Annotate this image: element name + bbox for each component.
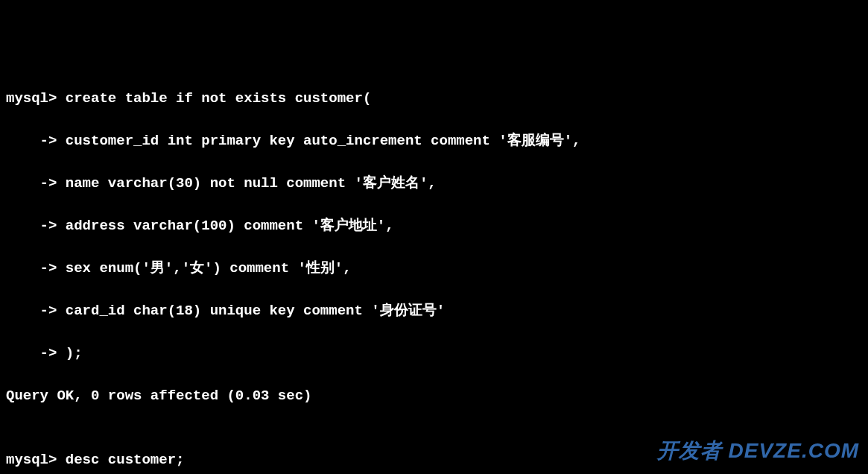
sql-create-line: -> address varchar(100) comment '客户地址', (6, 215, 862, 237)
sql-create-line: mysql> create table if not exists custom… (6, 88, 862, 110)
query-ok-line: Query OK, 0 rows affected (0.03 sec) (6, 385, 862, 407)
terminal-output: mysql> create table if not exists custom… (6, 67, 862, 475)
sql-create-line: -> card_id char(18) unique key comment '… (6, 300, 862, 322)
watermark-text: 开发者 DEVZE.COM (657, 435, 859, 467)
sql-create-line: -> name varchar(30) not null comment '客户… (6, 173, 862, 195)
sql-create-line: -> sex enum('男','女') comment '性别', (6, 258, 862, 279)
sql-create-line: -> customer_id int primary key auto_incr… (6, 130, 862, 152)
sql-create-line: -> ); (6, 343, 862, 364)
